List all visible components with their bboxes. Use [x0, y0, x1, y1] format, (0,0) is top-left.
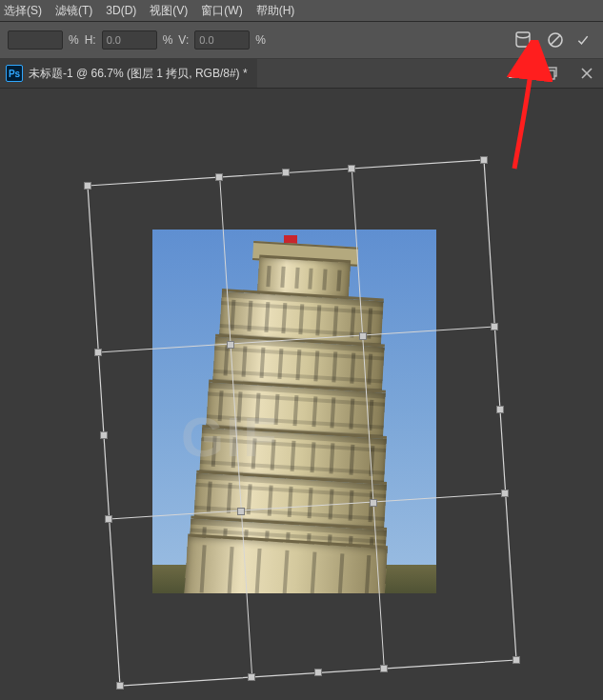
menu-select[interactable]: 选择(S) [4, 3, 42, 19]
handle-right-third-2[interactable] [501, 490, 509, 497]
photoshop-icon: Ps [6, 65, 23, 82]
canvas-image[interactable] [152, 230, 436, 593]
svg-rect-2 [509, 76, 520, 78]
menu-view[interactable]: 视图(V) [150, 3, 188, 19]
svg-line-1 [551, 35, 560, 45]
handle-left-third-1[interactable] [94, 349, 102, 356]
percent-label-2: % [163, 33, 173, 47]
handle-right-third-1[interactable] [491, 323, 498, 330]
menu-help[interactable]: 帮助(H) [256, 3, 295, 19]
cancel-transform-button[interactable] [544, 29, 567, 51]
handle-bottom-left[interactable] [116, 682, 124, 690]
document-window-controls [506, 65, 595, 82]
restore-button[interactable] [542, 65, 559, 82]
h-value-input[interactable]: 0.0 [102, 30, 157, 50]
handle-top-left[interactable] [84, 182, 91, 190]
document-title: 未标题-1 @ 66.7% (图层 1 拷贝, RGB/8#) * [29, 66, 248, 82]
options-right-controls [512, 29, 595, 51]
close-icon [580, 67, 593, 80]
percent-label-3: % [255, 33, 266, 47]
handle-top-right[interactable] [480, 156, 488, 164]
handle-top-third-2[interactable] [348, 165, 355, 172]
svg-rect-4 [545, 70, 554, 79]
handle-left-mid[interactable] [100, 431, 108, 439]
menu-filter[interactable]: 滤镜(T) [55, 3, 92, 19]
handle-bottom-third-1[interactable] [248, 673, 255, 681]
handle-bottom-third-2[interactable] [380, 665, 388, 672]
minimize-button[interactable] [506, 65, 523, 82]
close-button[interactable] [578, 65, 595, 82]
handle-left-third-2[interactable] [105, 515, 112, 523]
commit-icon [576, 31, 590, 49]
document-tab[interactable]: Ps 未标题-1 @ 66.7% (图层 1 拷贝, RGB/8#) * [0, 59, 257, 88]
document-tab-bar: Ps 未标题-1 @ 66.7% (图层 1 拷贝, RGB/8#) * [0, 59, 603, 89]
handle-bottom-right[interactable] [513, 656, 520, 664]
canvas-area[interactable]: GIF [0, 89, 603, 700]
commit-transform-button[interactable] [576, 29, 590, 51]
handle-top-third-1[interactable] [215, 173, 223, 181]
restore-icon [544, 67, 557, 80]
h-label: H: [85, 33, 96, 47]
options-bar: % H: 0.0 % V: 0.0 % [0, 22, 603, 59]
handle-top-mid[interactable] [282, 169, 290, 176]
warp-mode-button[interactable] [512, 29, 534, 51]
tower [184, 251, 405, 593]
v-label: V: [178, 33, 189, 47]
menu-bar: 选择(S) 滤镜(T) 3D(D) 视图(V) 窗口(W) 帮助(H) [0, 0, 603, 22]
handle-bottom-mid[interactable] [314, 669, 322, 676]
cancel-icon [547, 31, 564, 49]
value-input-1[interactable] [8, 30, 63, 50]
minimize-icon [508, 67, 521, 80]
warp-icon [513, 30, 533, 50]
handle-right-mid[interactable] [496, 406, 504, 413]
v-value-input[interactable]: 0.0 [194, 30, 250, 50]
menu-3d[interactable]: 3D(D) [106, 4, 136, 17]
menu-window[interactable]: 窗口(W) [201, 3, 242, 19]
percent-label-1: % [69, 33, 79, 47]
